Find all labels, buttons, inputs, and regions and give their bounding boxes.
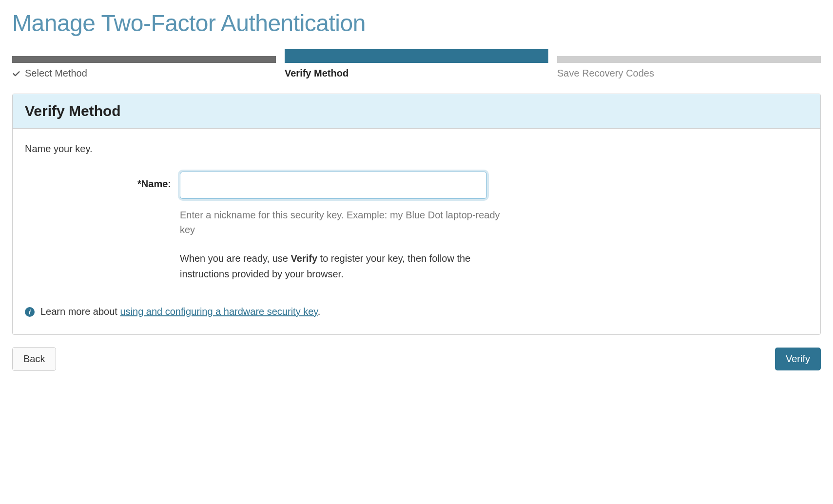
instruction-text: When you are ready, use Verify to regist…	[180, 251, 502, 282]
learn-more-suffix: .	[318, 306, 321, 317]
intro-text: Name your key.	[25, 143, 808, 155]
panel-header: Verify Method	[13, 94, 820, 129]
verify-method-panel: Verify Method Name your key. *Name: Ente…	[12, 94, 821, 335]
step-select-method: Select Method	[12, 56, 276, 79]
name-help-text: Enter a nickname for this security key. …	[180, 208, 502, 237]
step-bar	[557, 56, 821, 63]
step-bar	[285, 49, 548, 63]
learn-more-link[interactable]: using and configuring a hardware securit…	[120, 306, 317, 317]
page-title: Manage Two-Factor Authentication	[12, 10, 821, 37]
learn-more-prefix: Learn more about	[40, 306, 120, 317]
name-field-wrapper: Enter a nickname for this security key. …	[180, 172, 502, 282]
step-label-text: Save Recovery Codes	[557, 68, 654, 79]
name-label: *Name:	[25, 172, 171, 190]
instruction-bold: Verify	[291, 253, 317, 264]
step-label-text: Select Method	[25, 68, 87, 79]
step-label-text: Verify Method	[285, 68, 349, 79]
step-verify-method: Verify Method	[285, 56, 548, 79]
step-bar	[12, 56, 276, 63]
instruction-pre: When you are ready, use	[180, 253, 291, 264]
learn-more-text: Learn more about using and configuring a…	[40, 306, 320, 317]
panel-title: Verify Method	[25, 103, 808, 119]
panel-body: Name your key. *Name: Enter a nickname f…	[13, 129, 820, 334]
button-row: Back Verify	[12, 347, 821, 371]
stepper: Select Method Verify Method Save Recover…	[12, 56, 821, 79]
name-form-row: *Name: Enter a nickname for this securit…	[25, 172, 808, 282]
back-button[interactable]: Back	[12, 347, 56, 371]
step-save-recovery-codes: Save Recovery Codes	[557, 56, 821, 79]
check-icon	[12, 69, 21, 78]
name-input[interactable]	[180, 172, 487, 199]
info-icon: i	[25, 307, 35, 317]
verify-button[interactable]: Verify	[775, 348, 821, 370]
learn-more-row: i Learn more about using and configuring…	[25, 306, 808, 317]
